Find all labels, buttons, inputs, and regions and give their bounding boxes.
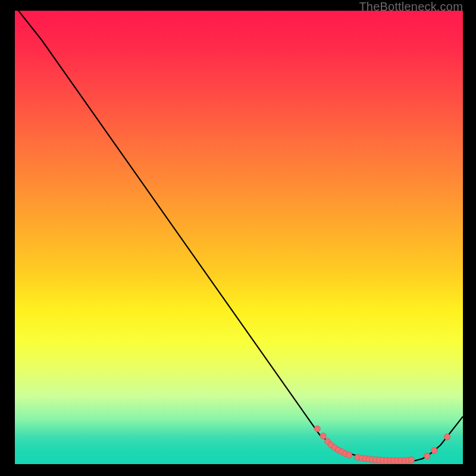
data-point xyxy=(408,457,414,463)
watermark-text: TheBottleneck.com xyxy=(359,0,463,14)
data-markers xyxy=(314,425,450,464)
data-point xyxy=(346,452,352,458)
data-curve xyxy=(15,6,463,461)
data-point xyxy=(444,434,450,440)
data-point xyxy=(424,453,430,459)
chart-overlay xyxy=(15,11,463,464)
data-point xyxy=(320,433,326,439)
data-point xyxy=(314,425,320,431)
data-point xyxy=(431,447,437,453)
chart-stage: TheBottleneck.com xyxy=(0,0,476,476)
